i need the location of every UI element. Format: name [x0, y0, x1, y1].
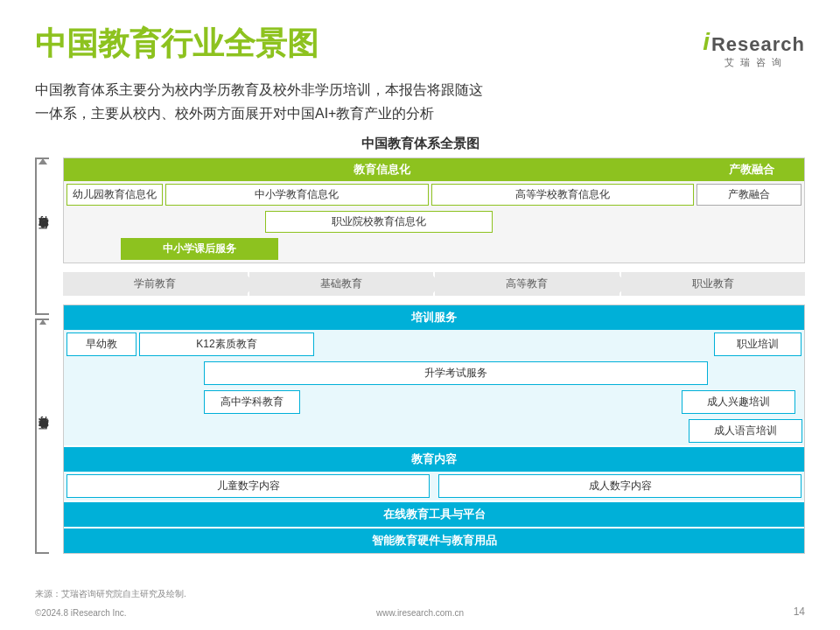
cell-children-digital: 儿童数字内容 [66, 474, 430, 498]
cell-voc-training: 职业培训 [714, 332, 802, 356]
cell-adult-digital: 成人数字内容 [438, 474, 802, 498]
training-row1: 早幼教 K12素质教育 职业培训 [64, 330, 804, 359]
cell-higher-info: 高等学校教育信息化 [431, 184, 695, 206]
spacer [317, 332, 711, 356]
arrow-higher: 高等教育 [435, 272, 620, 296]
page-title: 中国教育行业全景图 [35, 24, 318, 62]
training-header: 培训服务 [64, 305, 804, 330]
subtitle: 中国教育体系主要分为校内学历教育及校外非学历培训，本报告将跟随这 一体系，主要从… [35, 78, 805, 125]
hardware-header: 智能教育硬件与教育用品 [64, 528, 804, 553]
spacer2 [303, 390, 679, 414]
left-labels: 校内学历教育 校外非学历教育 [35, 158, 60, 554]
logo-cn: 艾 瑞 咨 询 [724, 56, 783, 69]
header-row: 教育信息化 产教融合 [64, 158, 804, 181]
section-bottom: 培训服务 早幼教 K12素质教育 职业培训 升学考试服务 高中学科教育 成人兴趣… [63, 304, 805, 554]
header-edu-info: 教育信息化 [64, 158, 699, 181]
subtitle-line1: 中国教育体系主要分为校内学历教育及校外非学历培训，本报告将跟随这 [35, 78, 805, 102]
arrow-basic: 基础教育 [249, 272, 434, 296]
arrow-preschool: 学前教育 [63, 272, 248, 296]
logo-research: Research [711, 33, 805, 56]
logo-i: i [703, 28, 710, 56]
cell-adult-lang: 成人语言培训 [689, 419, 802, 443]
diagram-title: 中国教育体系全景图 [35, 136, 805, 152]
cell-highschool: 高中学科教育 [204, 390, 300, 414]
diagram-right: 教育信息化 产教融合 幼儿园教育信息化 中小学教育信息化 高等学校教育信息化 产… [63, 158, 805, 554]
training-row4: 成人语言培训 [64, 416, 804, 445]
header-industry: 产教融合 [699, 158, 804, 181]
website: www.iresearch.com.cn [376, 608, 464, 618]
copyright: ©2024.8 iResearch Inc. [35, 608, 127, 618]
cell-preschool-info: 幼儿园教育信息化 [66, 184, 163, 206]
section-top: 教育信息化 产教融合 幼儿园教育信息化 中小学教育信息化 高等学校教育信息化 产… [63, 158, 805, 263]
source-text: 来源：艾瑞咨询研究院自主研究及绘制. [35, 588, 186, 600]
header: 中国教育行业全景图 i Research 艾 瑞 咨 询 [35, 24, 805, 69]
content-header: 教育内容 [64, 447, 804, 472]
arrow-vocational: 职业教育 [621, 272, 806, 296]
cell-vocational-info: 职业院校教育信息化 [265, 211, 493, 233]
cell-k12-quality: K12素质教育 [139, 332, 314, 356]
cell-k12-info: 中小学教育信息化 [165, 184, 429, 206]
info-row2: 职业院校教育信息化 [64, 208, 804, 235]
content-row: 儿童数字内容 成人数字内容 [64, 472, 804, 500]
arrow-row: 学前教育 基础教育 高等教育 职业教育 [63, 269, 805, 299]
cell-adult-hobby: 成人兴趣培训 [682, 390, 795, 414]
tool-header: 在线教育工具与平台 [64, 502, 804, 527]
subtitle-line2: 一体系，主要从校内、校外两方面展开对中国AI+教育产业的分析 [35, 102, 805, 125]
info-row1: 幼儿园教育信息化 中小学教育信息化 高等学校教育信息化 产教融合 [64, 181, 804, 208]
cell-exam-service: 升学考试服务 [204, 361, 708, 385]
after-school-block: 中小学课后服务 [121, 238, 278, 260]
training-row2: 升学考试服务 [64, 359, 804, 388]
s3 [800, 390, 802, 414]
cell-industry-fusion: 产教融合 [696, 184, 802, 206]
training-row3: 高中学科教育 成人兴趣培训 [64, 388, 804, 416]
page: 中国教育行业全景图 i Research 艾 瑞 咨 询 中国教育体系主要分为校… [0, 0, 840, 630]
up-arrow-icon [38, 158, 47, 164]
diagram-container: 校内学历教育 校外非学历教育 教育信息化 产教融合 [35, 158, 805, 554]
page-number: 14 [794, 606, 805, 618]
cell-early-edu: 早幼教 [66, 332, 136, 356]
green-block-row: 中小学课后服务 [64, 235, 804, 262]
logo: i Research 艾 瑞 咨 询 [703, 28, 805, 69]
